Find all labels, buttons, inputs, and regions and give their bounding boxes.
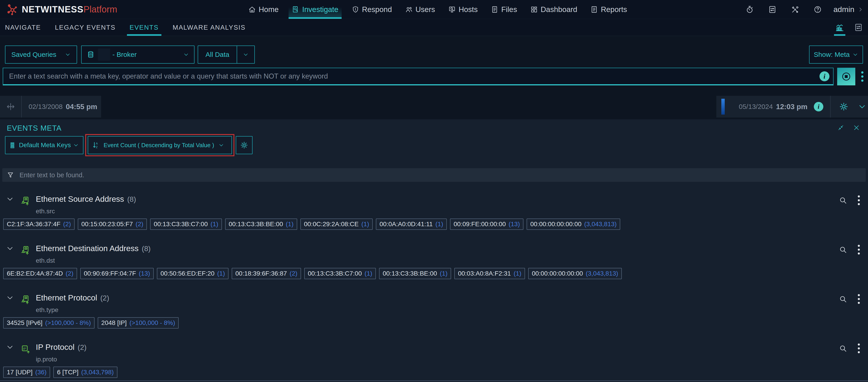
topnav-item-files[interactable]: Files — [491, 0, 517, 19]
meta-value-chip[interactable]: 6 [TCP] (3,043,798) — [53, 367, 117, 378]
meta-value-count: (1) — [365, 270, 372, 277]
reports-icon — [590, 6, 598, 13]
svg-text:IP: IP — [23, 347, 26, 350]
service-selector-dropdown[interactable]: - Broker — [81, 45, 194, 64]
section-kebab-icon[interactable] — [858, 344, 860, 353]
meta-keys-dropdown[interactable]: Default Meta Keys — [5, 136, 84, 154]
meta-keys-label: Default Meta Keys — [19, 141, 71, 149]
meta-value-chip[interactable]: 2048 [IP] (>100,000 - 8%) — [98, 317, 179, 328]
meta-value-chip[interactable]: 17 [UDP] (36) — [3, 367, 50, 378]
respond-icon — [351, 6, 359, 13]
meta-value-chip[interactable]: 00:50:56:ED:EF:20 (1) — [157, 268, 228, 279]
meta-value-chip[interactable]: 00:90:69:FF:04:7F (13) — [80, 268, 154, 279]
query-options-kebab-icon[interactable] — [861, 71, 864, 82]
sort-order-dropdown[interactable]: AZ Event Count ( Descending by Total Val… — [88, 136, 232, 154]
brand-name: NETWITNESS — [22, 4, 84, 14]
help-icon[interactable] — [813, 5, 822, 14]
meta-value: 00:90:69:FF:04:7F — [84, 270, 136, 277]
system-settings-icon[interactable] — [768, 5, 777, 14]
pan-handle-icon[interactable] — [6, 102, 16, 111]
column-settings-icon[interactable] — [854, 23, 863, 32]
search-icon[interactable] — [839, 295, 847, 304]
meta-value-chip[interactable]: 6E:B2:ED:4A:87:4D (2) — [3, 268, 77, 279]
topnav-item-reports[interactable]: Reports — [590, 0, 627, 19]
chevron-down-icon — [183, 51, 189, 58]
meta-value-chip[interactable]: 00:0C:29:2A:08:CE (1) — [300, 218, 373, 230]
chevron-down-icon[interactable] — [6, 294, 14, 302]
info-icon[interactable]: i — [819, 71, 830, 81]
admin-user-menu[interactable]: admin — [833, 5, 864, 14]
gear-icon[interactable] — [839, 102, 849, 112]
search-icon[interactable] — [839, 245, 847, 254]
saved-queries-dropdown[interactable]: Saved Queries — [5, 45, 77, 64]
topnav-item-respond[interactable]: Respond — [351, 0, 392, 19]
meta-value-chip[interactable]: 00:13:C3:3B:BE:00 (1) — [379, 268, 451, 279]
meta-section-count: (8) — [127, 195, 136, 204]
meta-value: 2048 [IP] — [101, 319, 127, 326]
tab-malware-analysis[interactable]: MALWARE ANALYSIS — [173, 19, 246, 36]
chart-view-toggle[interactable] — [835, 19, 844, 36]
netwitness-logo-icon — [6, 3, 20, 16]
topbar-utilities: admin — [745, 0, 864, 19]
show-meta-dropdown[interactable]: Show: Meta — [809, 45, 863, 64]
meta-value: 00:50:56:ED:EF:20 — [160, 270, 214, 277]
meta-value: 00:15:00:23:05:F7 — [82, 220, 133, 228]
collapse-icon[interactable] — [838, 125, 844, 131]
meta-value-chip[interactable]: 00:09:FE:00:00:00 (13) — [450, 218, 523, 230]
redacted-service-name — [98, 48, 110, 61]
chevron-down-icon[interactable] — [6, 195, 14, 203]
meta-filter-input[interactable] — [20, 168, 866, 182]
timeline-info-icon[interactable]: i — [814, 102, 823, 111]
timeline-selection-marker[interactable] — [721, 99, 725, 114]
stop-query-button[interactable] — [837, 68, 855, 85]
timeline-start: 02/13/2008 04:55 pm — [0, 96, 101, 117]
tools-icon[interactable] — [791, 5, 799, 14]
topnav-item-label: Dashboard — [541, 5, 577, 14]
search-icon[interactable] — [839, 196, 847, 205]
top-navigation-bar: NETWITNESS Platform Home Investigate Res… — [0, 0, 868, 19]
tab-navigate[interactable]: NAVIGATE — [5, 19, 41, 36]
chevron-down-icon[interactable] — [6, 343, 14, 351]
meta-value-chip[interactable]: 00:00:00:00:00:00 (3,043,813) — [527, 218, 620, 230]
sort-order-label: Event Count ( Descending by Total Value … — [103, 142, 214, 149]
meta-value-chip[interactable]: 00:13:C3:3B:C7:00 (1) — [304, 268, 376, 279]
tab-legacy-events[interactable]: LEGACY EVENTS — [55, 19, 115, 36]
stopwatch-icon[interactable] — [745, 5, 754, 14]
meta-value-chip[interactable]: 00:15:00:23:05:F7 (2) — [78, 218, 147, 230]
meta-value-chip[interactable]: 00:13:C3:3B:C7:00 (1) — [150, 218, 222, 230]
topnav-item-home[interactable]: Home — [248, 0, 279, 19]
meta-value-count: (2) — [63, 220, 71, 228]
meta-section-ethernet-destination-address: Ethernet Destination Address (8) eth.dst — [0, 244, 868, 293]
section-kebab-icon[interactable] — [858, 294, 860, 304]
meta-value-chip[interactable]: 00:00:00:00:00:00 (3,043,813) — [528, 268, 622, 279]
topnav-item-hosts[interactable]: Hosts — [448, 0, 478, 19]
query-search-box: i — [3, 68, 834, 85]
meta-key-name: ip.proto — [36, 356, 87, 363]
meta-settings-button[interactable] — [236, 136, 252, 154]
meta-value-chip[interactable]: 34525 [IPv6] (>100,000 - 8%) — [3, 317, 95, 328]
meta-section-count: (2) — [78, 343, 87, 352]
chevron-down-icon[interactable] — [858, 102, 866, 111]
close-icon[interactable] — [853, 124, 860, 131]
section-kebab-icon[interactable] — [858, 245, 860, 254]
topnav-item-label: Home — [259, 5, 279, 14]
topnav-item-users[interactable]: Users — [405, 0, 435, 19]
chevron-down-icon[interactable] — [6, 244, 14, 252]
meta-value-chip[interactable]: C2:1F:3A:36:37:4F (2) — [3, 218, 74, 230]
tab-events[interactable]: EVENTS — [130, 19, 159, 36]
timeline-track[interactable] — [101, 96, 716, 117]
topnav-item-dashboard[interactable]: Dashboard — [530, 0, 577, 19]
query-search-input[interactable] — [3, 68, 833, 84]
meta-value-count: (2) — [65, 270, 73, 277]
meta-value-chip[interactable]: 00:03:A0:8A:F2:31 (1) — [454, 268, 525, 279]
meta-value-chip[interactable]: 00:18:39:6F:36:87 (2) — [232, 268, 301, 279]
topnav-item-investigate[interactable]: Investigate — [292, 0, 338, 19]
meta-value-chip[interactable]: 00:0A:A0:0D:41:11 (1) — [376, 218, 447, 230]
search-icon[interactable] — [839, 344, 847, 353]
gear-icon — [240, 141, 248, 149]
time-range-dropdown[interactable]: All Data — [198, 45, 255, 64]
investigate-subnav: NAVIGATE LEGACY EVENTS EVENTS MALWARE AN… — [0, 19, 868, 36]
meta-value-chip[interactable]: 00:13:C3:3B:BE:00 (1) — [225, 218, 297, 230]
chart-icon — [835, 23, 844, 32]
section-kebab-icon[interactable] — [858, 196, 860, 205]
